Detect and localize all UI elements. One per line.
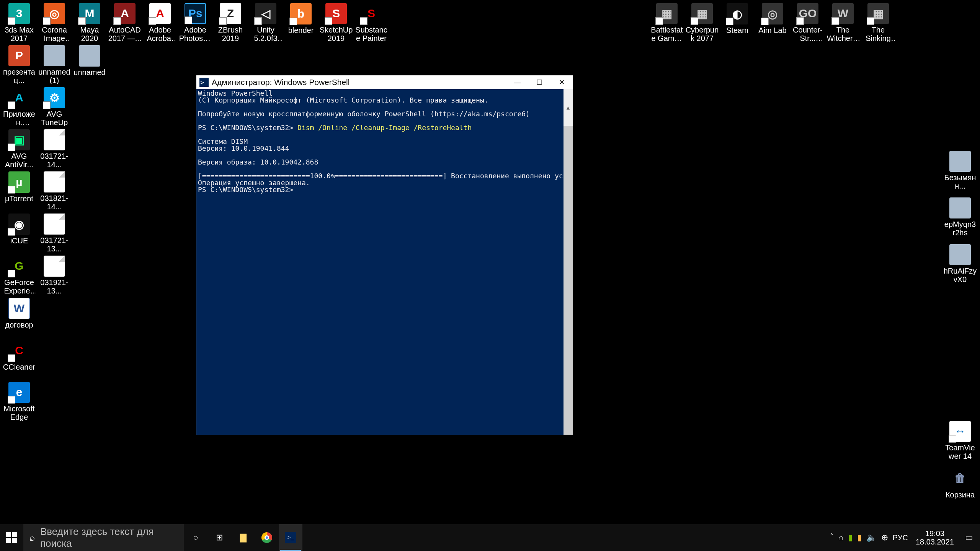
- desktop-icon-label: Battlestate Games L...: [650, 26, 684, 42]
- tray-clock[interactable]: 19:03 18.03.2021: [913, 529, 957, 546]
- desktop-icon-label: Приложен. Autodesk д...: [2, 110, 36, 126]
- scrollbar[interactable]: ▲ ▼: [564, 89, 573, 435]
- cortana-button[interactable]: ○: [184, 524, 207, 551]
- desktop-icon[interactable]: AПриложен. Autodesk д...: [2, 86, 37, 128]
- chrome-button[interactable]: [255, 524, 279, 551]
- tray-nvidia-icon[interactable]: ▮: [848, 533, 853, 543]
- app-icon: ◐: [727, 3, 748, 24]
- desktop-icon[interactable]: MMaya 2020: [72, 2, 107, 44]
- desktop-icon-label: Безымянн...: [943, 173, 977, 190]
- tray-avg-icon[interactable]: ▮: [857, 533, 862, 543]
- desktop-icon[interactable]: AAutoCAD 2017 —...: [107, 2, 142, 44]
- tray-time: 19:03: [925, 529, 944, 538]
- desktop-icon[interactable]: ◎Aim Lab: [755, 2, 790, 44]
- maximize-button[interactable]: ☐: [528, 75, 550, 89]
- desktop-icon[interactable]: Wдоговор: [2, 296, 37, 338]
- desktop-icon[interactable]: ⚙AVG TuneUp: [37, 86, 72, 128]
- desktop-icon[interactable]: CCCleaner: [2, 338, 37, 380]
- desktop-icon[interactable]: ◎Corona Image Editor: [37, 2, 72, 44]
- tray-meet-now-icon[interactable]: ⌂: [838, 533, 843, 543]
- search-placeholder: Введите здесь текст для поиска: [40, 526, 178, 549]
- app-icon: [44, 45, 65, 66]
- app-icon: G: [8, 256, 30, 277]
- app-icon: [949, 197, 971, 218]
- desktop-icon[interactable]: GOCounter-Str... Global Offe...: [790, 2, 825, 44]
- desktop-icon[interactable]: 031921-13...: [37, 254, 72, 296]
- desktop-icon-label: epMyqn3r2hs: [943, 220, 977, 236]
- desktop-icon[interactable]: SSketchUp 2019: [318, 2, 354, 44]
- desktop-icon[interactable]: ◐Steam: [720, 2, 755, 44]
- windows-icon: [6, 532, 17, 543]
- desktop-icon[interactable]: eMicrosoft Edge: [2, 380, 37, 422]
- desktop-icons-right: Безымянн...epMyqn3r2hshRuAiFzyvX0↔TeamVi…: [942, 149, 978, 508]
- svg-rect-1: [12, 532, 17, 537]
- desktop-icon-label: Unity 5.2.0f3 (64-bit): [249, 26, 283, 42]
- taskbar: ⌕ Введите здесь текст для поиска ○ ⊞ ▇ >…: [0, 524, 980, 551]
- desktop-icon-label: hRuAiFzyvX0: [943, 267, 977, 283]
- desktop-icon[interactable]: Безымянн...: [942, 149, 978, 191]
- start-button[interactable]: [0, 524, 23, 551]
- app-icon: S: [361, 3, 382, 24]
- desktop-row: 33ds Max 2017◎Corona Image EditorMMaya 2…: [2, 2, 389, 44]
- desktop-icon[interactable]: 031821-14...: [37, 170, 72, 212]
- desktop-icon[interactable]: ▦The Sinking City: [861, 2, 896, 44]
- desktop-icon-label: Cyberpunk 2077: [685, 26, 719, 42]
- desktop-icon-label: Substance Painter: [354, 26, 388, 42]
- desktop-icon[interactable]: ▣AVG AntiVir...: [2, 128, 37, 170]
- desktop-icon[interactable]: ▦Battlestate Games L...: [649, 2, 684, 44]
- search-icon: ⌕: [29, 532, 35, 543]
- powershell-console[interactable]: Windows PowerShell (C) Корпорация Майкро…: [196, 89, 573, 435]
- desktop-icon[interactable]: ZZBrush 2019: [213, 2, 248, 44]
- desktop-icon[interactable]: AAdobe Acrobat ...: [142, 2, 178, 44]
- tray-language[interactable]: РУС: [893, 533, 908, 542]
- tray-volume-icon[interactable]: 🔈: [866, 533, 877, 543]
- desktop-icon[interactable]: 33ds Max 2017: [2, 2, 37, 44]
- action-center-icon[interactable]: ▭: [962, 533, 976, 543]
- desktop-icon[interactable]: µµTorrent: [2, 170, 37, 212]
- close-button[interactable]: ✕: [550, 75, 573, 89]
- desktop-icon[interactable]: ◁Unity 5.2.0f3 (64-bit): [248, 2, 283, 44]
- desktop-icon[interactable]: unnamed: [72, 44, 107, 86]
- powershell-button[interactable]: >_: [279, 524, 302, 551]
- desktop-icon-label: CCleaner: [3, 363, 35, 371]
- minimize-button[interactable]: —: [506, 75, 528, 89]
- desktop-icon-label: blender: [288, 26, 314, 34]
- desktop-icon[interactable]: SSubstance Painter: [354, 2, 389, 44]
- file-explorer-button[interactable]: ▇: [231, 524, 255, 551]
- app-icon: [44, 256, 65, 277]
- scrollbar-thumb[interactable]: [564, 126, 573, 435]
- desktop-icon[interactable]: ◉iCUE: [2, 212, 37, 254]
- taskbar-search[interactable]: ⌕ Введите здесь текст для поиска: [23, 524, 184, 551]
- desktop-icon[interactable]: 🗑Корзина: [942, 466, 978, 508]
- tray-chevron-up-icon[interactable]: ˄: [830, 533, 834, 543]
- desktop-icon[interactable]: WThe Witcher 3 Wild Hunt...: [825, 2, 861, 44]
- desktop-icon[interactable]: PsAdobe Photosho...: [178, 2, 213, 44]
- desktop-icon[interactable]: 031721-13...: [37, 212, 72, 254]
- window-titlebar[interactable]: >_ Администратор: Windows PowerShell — ☐…: [196, 75, 573, 89]
- app-icon: b: [290, 3, 312, 24]
- scroll-up-icon[interactable]: ▲: [564, 103, 573, 112]
- app-icon: A: [114, 3, 136, 24]
- app-icon: ◁: [255, 3, 276, 24]
- app-icon: [44, 214, 65, 235]
- desktop-icon[interactable]: hRuAiFzyvX0: [942, 243, 978, 285]
- desktop-icon[interactable]: ▦Cyberpunk 2077: [684, 2, 720, 44]
- desktop-icon[interactable]: 031721-14...: [37, 128, 72, 170]
- desktop-icon-label: 3ds Max 2017: [2, 26, 36, 42]
- desktop-icons-topright: ▦Battlestate Games L...▦Cyberpunk 2077◐S…: [649, 2, 896, 44]
- desktop-icon[interactable]: GGeForce Experience: [2, 254, 37, 296]
- desktop-icon[interactable]: Pпрезентац...: [2, 44, 37, 86]
- task-view-button[interactable]: ⊞: [207, 524, 231, 551]
- app-icon: [949, 151, 971, 172]
- app-icon: 3: [8, 3, 30, 24]
- desktop-icon[interactable]: epMyqn3r2hs: [942, 196, 978, 238]
- desktop-icon-label: договор: [5, 321, 33, 329]
- desktop-icon-label: AVG AntiVir...: [2, 152, 36, 168]
- desktop-icon[interactable]: bblender: [283, 2, 318, 44]
- tray-network-icon[interactable]: ⊕: [881, 533, 888, 543]
- desktop-icon-label: Maya 2020: [73, 26, 106, 42]
- desktop-icon[interactable]: unnamed (1): [37, 44, 72, 86]
- app-icon: GO: [797, 3, 818, 24]
- desktop-icon[interactable]: ↔TeamViewer 14: [942, 419, 978, 461]
- system-tray: ˄ ⌂ ▮ ▮ 🔈 ⊕ РУС 19:03 18.03.2021 ▭: [826, 524, 980, 551]
